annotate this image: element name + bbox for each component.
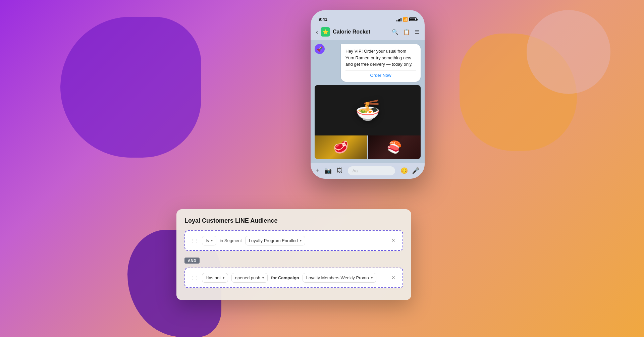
and-badge: AND: [184, 255, 403, 268]
food-thumb-2: 🍣: [368, 135, 421, 159]
food-decoration: 🍜: [315, 85, 421, 135]
segment-chevron: ▾: [300, 239, 302, 242]
condition-label-2: Has not: [206, 275, 221, 280]
app-logo-icon: ⭐: [323, 29, 328, 35]
note-icon[interactable]: 📋: [403, 29, 410, 35]
food-grid: 🥩 🍣: [315, 135, 421, 159]
event-chevron: ▾: [262, 276, 264, 280]
wifi-icon: 📶: [403, 17, 408, 22]
mic-icon[interactable]: 🎤: [412, 167, 419, 174]
condition-dropdown-1[interactable]: Is ▾: [202, 236, 216, 245]
input-icons-left: + 📷 🖼: [316, 167, 342, 174]
signal-bar-4: [400, 18, 401, 21]
segment-static-label: in Segment: [220, 238, 242, 243]
food-images: 🍜 🥩 🍣: [315, 85, 421, 159]
drag-handle-1[interactable]: ⋮⋮: [191, 238, 199, 243]
emoji-icon[interactable]: 😊: [400, 167, 408, 174]
avatar-emoji: 🚀: [317, 46, 323, 52]
message-avatar: 🚀: [315, 44, 325, 54]
status-bar: 9:41 📶: [311, 15, 425, 24]
condition-label-1: Is: [206, 238, 209, 243]
close-filter-1-button[interactable]: ×: [389, 236, 397, 245]
app-title: Calorie Rocket: [333, 29, 389, 35]
menu-icon[interactable]: ☰: [415, 29, 419, 35]
filter-row-1: ⋮⋮ Is ▾ in Segment Loyalty Program Enrol…: [184, 230, 403, 251]
event-label: opened push: [235, 275, 260, 280]
campaign-value-label: Loyalty Members Weekly Promo: [306, 275, 369, 280]
nav-actions: 🔍 📋 ☰: [392, 29, 419, 35]
blob-purple-left: [60, 17, 201, 158]
drag-handle-2[interactable]: ⋮⋮: [191, 275, 199, 281]
order-now-link[interactable]: Order Now: [345, 70, 416, 78]
chat-input-placeholder: Aa: [353, 168, 358, 173]
audience-card: Loyal Customers LINE Audience ⋮⋮ Is ▾ in…: [176, 209, 411, 300]
segment-value-dropdown[interactable]: Loyalty Program Enrolled ▾: [245, 236, 305, 245]
signal-bar-3: [399, 19, 400, 21]
message-text: Hey VIP! Order your usual from Yum Ramen…: [345, 48, 416, 68]
battery-icon: [409, 17, 417, 21]
food-thumb-1: 🥩: [315, 135, 367, 159]
input-icons-right: 😊 🎤: [400, 167, 419, 174]
search-icon[interactable]: 🔍: [392, 29, 398, 35]
condition-chevron-1: ▾: [211, 239, 213, 242]
close-filter-2-button[interactable]: ×: [389, 274, 397, 282]
message-bubble: Hey VIP! Order your usual from Yum Ramen…: [341, 44, 421, 82]
food-thumb-1-emoji: 🥩: [333, 140, 348, 154]
campaign-chevron: ▾: [371, 276, 373, 280]
signal-bars-icon: [396, 17, 401, 21]
audience-title: Loyal Customers LINE Audience: [184, 217, 403, 224]
status-icons: 📶: [396, 17, 417, 22]
condition-chevron-2: ▾: [223, 276, 224, 280]
phone-nav: ‹ ⭐ Calorie Rocket 🔍 📋 ☰: [311, 24, 425, 40]
and-label: AND: [184, 258, 200, 264]
food-thumb-2-emoji: 🍣: [387, 140, 402, 154]
message-container: 🚀 Hey VIP! Order your usual from Yum Ram…: [327, 44, 421, 82]
status-time: 9:41: [319, 17, 327, 22]
signal-bar-2: [398, 19, 399, 21]
event-dropdown[interactable]: opened push ▾: [231, 273, 268, 283]
for-campaign-label: for Campaign: [271, 275, 299, 280]
chat-input[interactable]: Aa: [348, 166, 395, 175]
camera-icon[interactable]: 📷: [324, 167, 332, 174]
signal-bar-1: [396, 20, 397, 21]
phone-input-bar: + 📷 🖼 Aa 😊 🎤: [311, 163, 425, 179]
segment-value-label: Loyalty Program Enrolled: [249, 238, 298, 243]
campaign-dropdown[interactable]: Loyalty Members Weekly Promo ▾: [303, 273, 376, 283]
filter-row-2: ⋮⋮ Has not ▾ opened push ▾ for Campaign …: [184, 268, 403, 288]
food-main-image: 🍜: [315, 85, 421, 135]
app-logo: ⭐: [321, 27, 330, 37]
back-button[interactable]: ‹: [316, 29, 318, 36]
ramen-emoji: 🍜: [355, 98, 380, 122]
phone-wrapper: 9:41 📶 ‹ ⭐ Calorie Rocket: [311, 10, 425, 179]
chat-area: 🚀 Hey VIP! Order your usual from Yum Ram…: [311, 40, 425, 163]
blob-pink-right: [527, 10, 610, 94]
plus-icon[interactable]: +: [316, 167, 320, 174]
phone: 9:41 📶 ‹ ⭐ Calorie Rocket: [311, 10, 425, 179]
condition-dropdown-2[interactable]: Has not ▾: [202, 273, 228, 283]
image-icon[interactable]: 🖼: [336, 167, 342, 174]
